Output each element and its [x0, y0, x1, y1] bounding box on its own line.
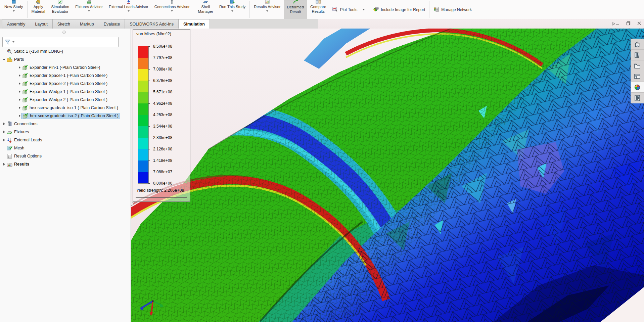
task-pane-rail [631, 39, 644, 103]
legend-tick [148, 149, 150, 149]
ribbon-button-new-study[interactable]: New Study [1, 0, 26, 19]
ribbon-button-connections-advisor[interactable]: Connections Advisor [151, 0, 193, 19]
ribbon-button-include-image-for-report[interactable]: Include Image for Report [370, 0, 428, 19]
tree-item-label: Connections [14, 122, 38, 126]
run-this-study-icon [230, 0, 235, 4]
new-study-icon [11, 0, 16, 4]
ribbon-button-fixtures-advisor[interactable]: Fixtures Advisor [72, 0, 106, 19]
legend-tick [148, 81, 150, 81]
task-pane-design-library-button[interactable] [631, 50, 644, 60]
tree-filter-input[interactable] [2, 37, 119, 47]
dropdown-caret-icon[interactable] [13, 10, 15, 12]
tree-item-hex-screw-gradeab-iso-2-plain-carbon-steel[interactable]: hex screw gradeab_iso-2 (-Plain Carbon S… [0, 112, 130, 120]
ribbon-button-label: Manage Network [441, 7, 472, 12]
stress-legend: von Mises (N/m^2) 8.506e+087.797e+087.08… [133, 29, 190, 202]
dropdown-caret-icon[interactable] [266, 10, 268, 12]
legend-value-label: 0.000e+00 [153, 181, 172, 186]
close-button[interactable] [636, 20, 642, 26]
ribbon-button-external-loads-advisor[interactable]: External Loads Advisor [106, 0, 151, 19]
dropdown-caret-icon[interactable] [128, 10, 130, 12]
window-controls [614, 20, 642, 26]
tab-layout[interactable]: Layout [30, 19, 53, 29]
fea-model-render[interactable] [131, 29, 644, 322]
external-loads-advisor-icon [126, 0, 131, 4]
filter-options-caret[interactable] [12, 41, 14, 43]
tree-item-expander-spacer-2-plain-carbon-steel[interactable]: Expander Spacer-2 (-Plain Carbon Steel-) [0, 80, 130, 88]
fixtures-advisor-icon [86, 0, 92, 4]
part-icon [22, 89, 28, 95]
task-pane-view-palette-button[interactable] [631, 71, 644, 82]
part-icon [22, 97, 28, 103]
legend-segment-4 [138, 92, 148, 103]
tree-item-results[interactable]: Results [0, 160, 130, 168]
legend-segment-10 [138, 160, 148, 172]
tree-expand-caret[interactable] [17, 98, 21, 101]
tree-item-label: Expander Pin-1 (-Plain Carbon Steel-) [30, 65, 100, 70]
tab-evaluate[interactable]: Evaluate [99, 19, 125, 29]
legend-tick [148, 46, 150, 47]
tree-expand-caret[interactable] [2, 139, 6, 141]
restore-button[interactable] [625, 20, 631, 26]
ribbon-button-plot-tools[interactable]: Plot Tools [329, 0, 368, 19]
tree-expand-caret[interactable] [2, 163, 6, 166]
task-pane-file-explorer-button[interactable] [631, 60, 644, 71]
panel-splitter-handle[interactable] [62, 31, 66, 34]
tree-item-expander-wedge-2-plain-carbon-steel[interactable]: Expander Wedge-2 (-Plain Carbon Steel-) [0, 96, 130, 104]
legend-tick [148, 69, 150, 70]
ribbon-button-manage-network[interactable]: Manage Network [430, 0, 475, 19]
tree-item-expander-wedge-1-plain-carbon-steel[interactable]: Expander Wedge-1 (-Plain Carbon Steel-) [0, 88, 130, 96]
tree-item-connections[interactable]: Connections [0, 120, 130, 128]
task-pane-appearances-scenes-button[interactable] [631, 82, 644, 93]
mesh-icon [7, 145, 13, 151]
ribbon-button-deformed-result[interactable]: DeformedResult [284, 0, 308, 19]
dropdown-caret-icon[interactable] [363, 9, 365, 10]
ribbon-button-label: Material [32, 9, 45, 14]
tree-expand-caret[interactable] [2, 59, 6, 60]
tree-item-hex-screw-gradeab-iso-1-plain-carbon-steel[interactable]: hex screw gradeab_iso-1 (-Plain Carbon S… [0, 104, 130, 112]
graphics-viewport[interactable]: von Mises (N/m^2) 8.506e+087.797e+087.08… [131, 29, 644, 322]
tree-expand-caret[interactable] [17, 82, 21, 85]
tree-item-static-1-150-mm-long[interactable]: Static 1 (-150 mm LONG-) [0, 47, 130, 55]
tree-item-parts[interactable]: Parts [0, 55, 130, 63]
ribbon-button-shell-manager[interactable]: ShellManager [195, 0, 216, 19]
tree-item-body: hex screw gradeab_iso-1 (-Plain Carbon S… [21, 105, 120, 111]
ribbon-button-simulation-evaluator[interactable]: SimulationEvaluator [48, 0, 73, 19]
tree-item-body: Expander Spacer-1 (-Plain Carbon Steel-) [21, 73, 109, 79]
tab-simulation[interactable]: Simulation [178, 19, 210, 29]
minimize-button[interactable] [614, 20, 620, 26]
tree-item-mesh[interactable]: Mesh [0, 144, 130, 152]
tree-expand-caret[interactable] [17, 74, 21, 77]
legend-tick [148, 183, 150, 184]
tree-expand-caret[interactable] [17, 106, 21, 109]
tree-expand-caret[interactable] [17, 114, 21, 117]
tab-sketch[interactable]: Sketch [52, 19, 75, 29]
task-pane-home-button[interactable] [631, 39, 644, 50]
ribbon-button-compare-results[interactable]: CompareResults [307, 0, 329, 19]
tree-item-expander-spacer-1-plain-carbon-steel[interactable]: Expander Spacer-1 (-Plain Carbon Steel-) [0, 72, 130, 80]
command-manager-ribbon: New StudyApplyMaterialSimulationEvaluato… [0, 0, 644, 19]
tree-expand-caret[interactable] [2, 131, 6, 133]
ribbon-button-apply-material[interactable]: ApplyMaterial [29, 0, 48, 19]
dropdown-caret-icon[interactable] [171, 10, 173, 12]
ribbon-button-label: Connections Advisor [154, 4, 190, 9]
appearances-scenes-icon [633, 83, 641, 91]
external-loads-icon [7, 137, 13, 143]
tab-assembly[interactable]: Assembly [2, 19, 30, 29]
tree-item-expander-pin-1-plain-carbon-steel[interactable]: Expander Pin-1 (-Plain Carbon Steel-) [0, 63, 130, 72]
ribbon-button-run-this-study[interactable]: Run This Study [216, 0, 248, 19]
tree-expand-caret[interactable] [17, 66, 21, 69]
tree-item-fixtures[interactable]: Fixtures [0, 128, 130, 136]
task-pane-custom-properties-button[interactable] [631, 93, 644, 103]
tree-item-label: hex screw gradeab_iso-2 (-Plain Carbon S… [30, 113, 119, 118]
tab-markup[interactable]: Markup [75, 19, 99, 29]
dropdown-caret-icon[interactable] [88, 10, 90, 12]
tree-item-result-options[interactable]: Result Options [0, 152, 130, 160]
tree-item-label: Parts [14, 57, 24, 62]
dropdown-caret-icon[interactable] [231, 10, 233, 12]
tab-solidworks-add-ins[interactable]: SOLIDWORKS Add-Ins [125, 19, 179, 29]
tree-expand-caret[interactable] [17, 90, 21, 93]
tree-expand-caret[interactable] [2, 123, 6, 125]
tree-item-external-loads[interactable]: External Loads [0, 136, 130, 144]
tree-item-body: Result Options [6, 153, 43, 159]
ribbon-button-results-advisor[interactable]: Results Advisor [251, 0, 283, 19]
